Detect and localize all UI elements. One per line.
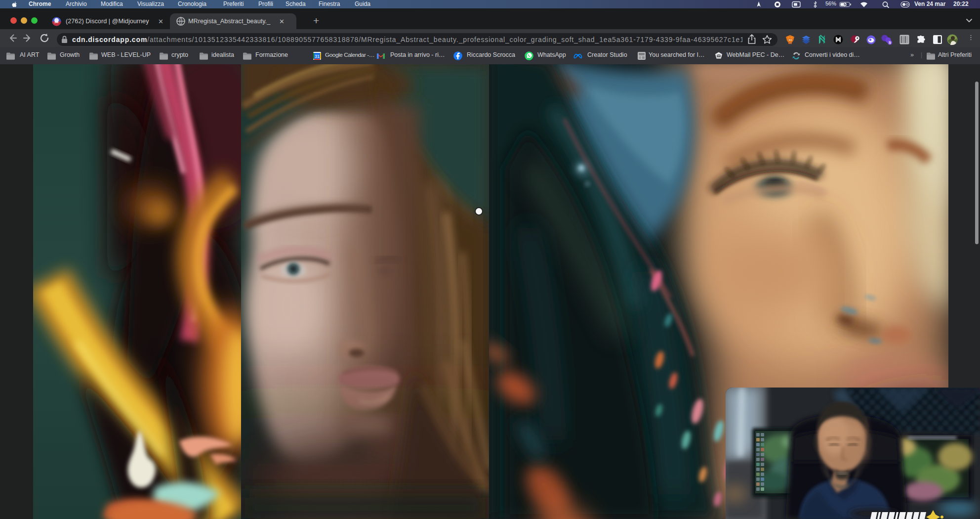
svg-text:24+: 24+ — [54, 21, 59, 24]
svg-text:5: 5 — [889, 41, 891, 44]
svg-text:31: 31 — [315, 54, 320, 59]
